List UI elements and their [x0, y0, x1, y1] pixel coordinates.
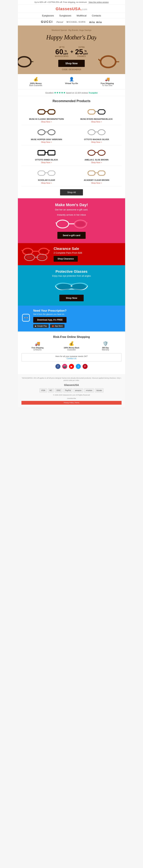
brand-mk[interactable]: MICHAEL KORS: [67, 21, 86, 23]
svg-point-50: [58, 221, 67, 226]
svg-rect-11: [45, 111, 48, 112]
trustpilot-logo: Trustpilot: [89, 92, 97, 94]
svg-rect-44: [88, 171, 95, 175]
svg-rect-53: [69, 223, 74, 224]
off-label2: %OFF: [83, 48, 88, 55]
product-shop-6[interactable]: Shop Now >: [23, 182, 70, 184]
nav-eyeglasses[interactable]: Eyeglasses: [42, 14, 54, 17]
prescription-desc: Get it from the glasses you have on.: [33, 313, 121, 315]
download-app-button[interactable]: Download App, It's FREE: [33, 317, 66, 323]
gift-card-button[interactable]: Send e-gift card: [57, 232, 86, 239]
svg-rect-29: [38, 151, 45, 155]
payment-disc: DISC: [55, 389, 62, 393]
brand-miumiu[interactable]: miu miu: [89, 21, 102, 24]
product-item-4: OTTOTO ANNEX BLACK Shop Now >: [22, 146, 72, 166]
contact-text: Here for all your eyewear needs 24/7: [23, 355, 120, 357]
clearance-button[interactable]: Shop Clearance: [54, 256, 78, 262]
brand-gucci[interactable]: GUCCI: [41, 20, 53, 24]
product-shop-4[interactable]: Shop Now >: [23, 161, 70, 163]
risk-item-money-back: 💰 100% Money-Back Guarantee: [55, 341, 88, 351]
twitter-icon[interactable]: t: [76, 364, 81, 369]
product-name-6: SCHOLAR CLEAR: [23, 179, 70, 181]
product-img-2: [23, 127, 70, 137]
gift-desc2: Instantly arrives in her inbox: [22, 214, 121, 216]
nav-contacts[interactable]: Contacts: [92, 14, 101, 17]
product-shop-7[interactable]: Shop Now >: [73, 182, 120, 184]
footer: *DESIGNER25: 25% off applies to all full…: [18, 374, 125, 407]
svg-rect-39: [38, 171, 45, 175]
virtual-tryon-icon: 👤: [55, 77, 88, 82]
svg-point-24: [88, 130, 95, 135]
product-img-3: [73, 127, 120, 137]
svg-line-62: [49, 250, 50, 251]
prescription-banner: 👓 Need Your Prescription? Get it from th…: [18, 306, 125, 332]
payment-mc: MC: [48, 389, 54, 393]
hero-content: Weekend Special · Big Brands, Huge Savin…: [22, 29, 121, 70]
brand-persol[interactable]: Persol: [56, 21, 63, 23]
trustpilot-bar: Excellent ★★★★★ based on 12,424 reviews …: [18, 89, 125, 96]
risk-warranty-icon: 🛡️: [89, 341, 121, 346]
view-online-link[interactable]: View the online version: [88, 1, 109, 3]
brand-row: GUCCI Persol MICHAEL KORS miu miu: [18, 19, 125, 26]
apple-icon: 🍎: [52, 325, 54, 327]
clearance-glasses-img: [22, 247, 50, 261]
nav-sunglasses[interactable]: Sunglasses: [59, 14, 71, 17]
prescription-text: Need Your Prescription? Get it from the …: [33, 309, 121, 328]
svg-rect-67: [34, 257, 38, 257]
prescription-title: Need Your Prescription?: [33, 309, 121, 312]
trust-label-2: Free Shipping: [91, 82, 123, 85]
svg-point-19: [38, 130, 45, 135]
app-store-button[interactable]: 🍎 App Store: [50, 324, 64, 328]
protective-shop-now-button[interactable]: Shop Now: [59, 295, 84, 301]
product-shop-3[interactable]: Shop Now >: [73, 141, 120, 143]
trust-item-shipping: 🚚 Free Shipping To Your Door: [89, 77, 125, 86]
product-shop-2[interactable]: Shop Now >: [23, 141, 70, 143]
hero-offer-1: UP TO 60 %OFF MARKDOWNS: [55, 46, 68, 57]
unsubscribe-link[interactable]: Unsubscribe: [67, 398, 76, 399]
google-play-icon: ▶: [35, 325, 36, 327]
svg-rect-16: [95, 111, 98, 112]
product-img-1: [73, 107, 120, 117]
product-shop-5[interactable]: Shop Now >: [73, 161, 120, 163]
svg-point-69: [72, 284, 86, 290]
svg-rect-10: [48, 110, 55, 114]
svg-rect-41: [45, 173, 48, 173]
risk-money-back-icon: 💰: [55, 341, 88, 346]
product-name-2: MUSE HOPPER GRAY W/BROWN: [23, 138, 70, 141]
svg-point-66: [38, 256, 46, 259]
instagram-icon[interactable]: 📷: [62, 364, 67, 369]
product-img-4: [23, 148, 70, 157]
product-shop-0[interactable]: Shop Now >: [23, 121, 70, 123]
trust-sub-0: Back Guarantee: [20, 85, 52, 86]
contact-link[interactable]: Contact Us: [67, 357, 76, 360]
pinterest-icon[interactable]: P: [83, 364, 88, 369]
protective-desc: Enjoy max eye protection from all angles: [22, 275, 121, 277]
payment-visa: VISA: [39, 389, 47, 393]
logo: GlassesUSA.com: [18, 7, 125, 11]
youtube-icon[interactable]: ▶: [69, 364, 74, 369]
svg-point-34: [88, 150, 95, 155]
risk-label-0: Free Shipping: [22, 347, 54, 349]
svg-rect-30: [48, 151, 55, 155]
svg-point-35: [98, 150, 105, 155]
hero-subtitle: Weekend Special · Big Brands, Huge Savin…: [22, 29, 121, 31]
payment-paypal: PayPal: [63, 389, 73, 393]
product-shop-1[interactable]: Shop Now >: [73, 121, 120, 123]
product-name-5: AMELIA E. SLOE BROWN: [73, 158, 120, 161]
nav-multifocal[interactable]: Multifocal: [77, 14, 87, 17]
facebook-icon[interactable]: f: [55, 364, 60, 369]
svg-rect-36: [95, 152, 98, 153]
hero-shop-now-button[interactable]: Shop Now: [58, 60, 85, 67]
logo-text: GlassesUSA: [56, 7, 81, 11]
google-play-button[interactable]: ▶ Google Play: [33, 324, 49, 328]
gift-title: Make Mom's Day!: [22, 203, 121, 207]
svg-rect-45: [98, 171, 105, 175]
hero-banner: Weekend Special · Big Brands, Huge Savin…: [18, 26, 125, 74]
svg-text:Happy Mother's Day: Happy Mother's Day: [47, 34, 96, 41]
shipping-icon: 🚚: [91, 77, 123, 82]
product-item-1: MUSE BYERS BEIGE/PINK/BLACK Shop Now >: [72, 105, 121, 125]
product-name-7: ACADEMY CLEAR BROWN: [73, 179, 120, 181]
svg-point-68: [57, 284, 72, 290]
shop-all-button[interactable]: Shop All: [60, 189, 83, 195]
risk-sub-0: & Returns: [22, 349, 54, 351]
